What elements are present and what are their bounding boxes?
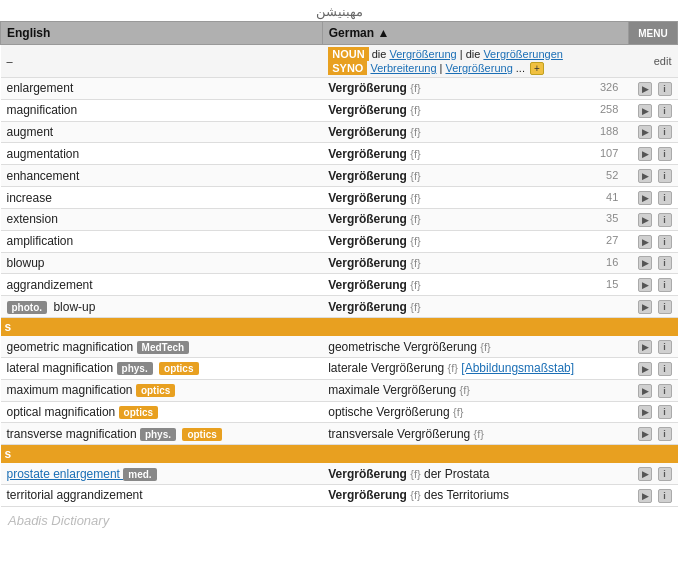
german-text: Vergrößerung {f} (328, 81, 420, 95)
info-icon[interactable]: i (658, 384, 672, 398)
section-s1-label: s (1, 318, 678, 337)
speaker-icon[interactable]: ▶ (638, 362, 652, 376)
german-cell: optische Vergrößerung {f} (322, 401, 628, 423)
speaker-icon[interactable]: ▶ (638, 125, 652, 139)
syno-label: SYNO (328, 61, 367, 75)
info-icon[interactable]: i (658, 147, 672, 161)
german-cell: 15Vergrößerung {f} (322, 274, 628, 296)
speaker-icon[interactable]: ▶ (638, 427, 652, 441)
info-icon[interactable]: i (658, 213, 672, 227)
icon-cell: ▶ i (628, 274, 677, 296)
freq-number: 258 (600, 103, 618, 115)
english-header-label: English (7, 26, 50, 40)
edit-cell[interactable]: edit (628, 45, 677, 78)
syno-link1[interactable]: Verbreiterung (370, 62, 436, 74)
speaker-icon[interactable]: ▶ (638, 104, 652, 118)
english-text: blowup (7, 256, 45, 270)
info-icon[interactable]: i (658, 278, 672, 292)
info-icon[interactable]: i (658, 169, 672, 183)
german-text: Vergrößerung {f} des Territoriums (328, 488, 509, 502)
icon-cell: ▶ i (628, 401, 677, 423)
icon-cell: ▶ i (628, 423, 677, 445)
icon-cell: ▶ i (628, 296, 677, 318)
info-icon[interactable]: i (658, 104, 672, 118)
icon-cell: ▶ i (628, 357, 677, 379)
icon-cell: ▶ i (628, 187, 677, 209)
speaker-icon[interactable]: ▶ (638, 191, 652, 205)
table-row: increase 41Vergrößerung {f} ▶ i (1, 187, 678, 209)
speaker-icon[interactable]: ▶ (638, 384, 652, 398)
speaker-icon[interactable]: ▶ (638, 405, 652, 419)
table-row: augment 188Vergrößerung {f} ▶ i (1, 121, 678, 143)
info-icon[interactable]: i (658, 235, 672, 249)
english-cell: augment (1, 121, 323, 143)
german-header-label: German (329, 26, 374, 40)
noun-link2[interactable]: Vergrößerungen (483, 48, 563, 60)
table-row: transverse magnification phys. optics tr… (1, 423, 678, 445)
german-cell: 326Vergrößerung {f} (322, 78, 628, 100)
badge: optics (136, 384, 175, 397)
info-icon[interactable]: i (658, 125, 672, 139)
speaker-icon[interactable]: ▶ (638, 489, 652, 503)
german-text: maximale Vergrößerung {f} (328, 383, 470, 397)
speaker-icon[interactable]: ▶ (638, 467, 652, 481)
speaker-icon[interactable]: ▶ (638, 82, 652, 96)
english-cell: territorial aggrandizement (1, 485, 323, 507)
section-s2-label: s (1, 445, 678, 464)
icon-cell: ▶ i (628, 379, 677, 401)
info-icon[interactable]: i (658, 362, 672, 376)
extra-link[interactable]: [Abbildungsmaßstab] (461, 361, 574, 375)
table-row: geometric magnification MedTech geometri… (1, 336, 678, 357)
english-cell: optical magnification optics (1, 401, 323, 423)
info-icon[interactable]: i (658, 340, 672, 354)
info-icon[interactable]: i (658, 489, 672, 503)
table-row: magnification 258Vergrößerung {f} ▶ i (1, 99, 678, 121)
menu-column-header[interactable]: MENU (628, 22, 677, 45)
table-row: territorial aggrandizement Vergrößerung … (1, 485, 678, 507)
noun-syno-row: – NOUN die Vergrößerung | die Vergrößeru… (1, 45, 678, 78)
info-icon[interactable]: i (658, 82, 672, 96)
info-icon[interactable]: i (658, 427, 672, 441)
expand-button[interactable]: + (530, 62, 544, 75)
english-link[interactable]: prostate enlargement (7, 467, 124, 481)
speaker-icon[interactable]: ▶ (638, 256, 652, 270)
table-row: blowup 16Vergrößerung {f} ▶ i (1, 252, 678, 274)
table-body: – NOUN die Vergrößerung | die Vergrößeru… (1, 45, 678, 507)
german-text: Vergrößerung {f} (328, 300, 420, 314)
german-text: Vergrößerung {f} der Prostata (328, 467, 489, 481)
noun-link1[interactable]: Vergrößerung (389, 48, 456, 60)
table-row: extension 35Vergrößerung {f} ▶ i (1, 208, 678, 230)
info-icon[interactable]: i (658, 300, 672, 314)
english-cell: increase (1, 187, 323, 209)
speaker-icon[interactable]: ▶ (638, 278, 652, 292)
german-column-header[interactable]: German ▲ (322, 22, 628, 45)
english-column-header[interactable]: English (1, 22, 323, 45)
english-text: territorial aggrandizement (7, 488, 143, 502)
syno-link2[interactable]: Vergrößerung (445, 62, 512, 74)
speaker-icon[interactable]: ▶ (638, 300, 652, 314)
info-icon[interactable]: i (658, 405, 672, 419)
german-cell: 41Vergrößerung {f} (322, 187, 628, 209)
info-icon[interactable]: i (658, 256, 672, 270)
info-icon[interactable]: i (658, 191, 672, 205)
german-text: transversale Vergrößerung {f} (328, 427, 484, 441)
info-icon[interactable]: i (658, 467, 672, 481)
german-text: laterale Vergrößerung {f} [Abbildungsmaß… (328, 361, 574, 375)
german-text: Vergrößerung {f} (328, 212, 420, 226)
speaker-icon[interactable]: ▶ (638, 235, 652, 249)
german-text: Vergrößerung {f} (328, 169, 420, 183)
syno-text: Verbreiterung | Vergrößerung ... + (370, 62, 543, 74)
badge: phys. (117, 362, 153, 375)
german-text: Vergrößerung {f} (328, 191, 420, 205)
german-text: Vergrößerung {f} (328, 234, 420, 248)
speaker-icon[interactable]: ▶ (638, 340, 652, 354)
table-row: aggrandizement 15Vergrößerung {f} ▶ i (1, 274, 678, 296)
table-header: English German ▲ MENU (1, 22, 678, 45)
english-text: enlargement (7, 81, 74, 95)
german-cell: 35Vergrößerung {f} (322, 208, 628, 230)
speaker-icon[interactable]: ▶ (638, 213, 652, 227)
badge: optics (159, 362, 198, 375)
german-cell: 258Vergrößerung {f} (322, 99, 628, 121)
speaker-icon[interactable]: ▶ (638, 147, 652, 161)
speaker-icon[interactable]: ▶ (638, 169, 652, 183)
